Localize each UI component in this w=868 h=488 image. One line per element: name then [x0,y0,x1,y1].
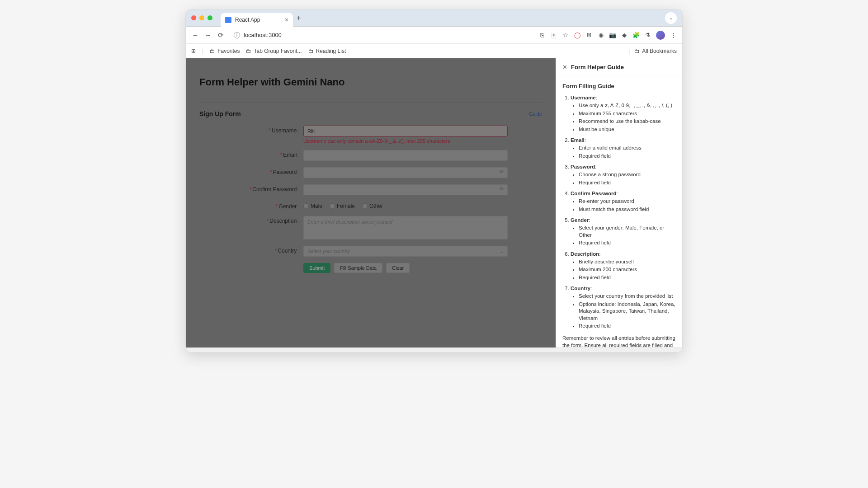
url-text: localhost:3000 [244,32,282,38]
gender-other-radio[interactable]: Other [362,203,383,209]
close-window-button[interactable] [191,15,196,20]
scrollbar[interactable] [186,347,682,352]
minimize-window-button[interactable] [199,15,204,20]
guide-rule: Enter a valid email address [579,145,676,152]
gender-label: Gender : [278,203,300,210]
new-tab-button[interactable]: + [297,14,301,22]
site-info-icon[interactable]: i [234,32,240,38]
guide-rule: Recommend to use the kabab-case [579,118,676,125]
guide-rule: Required field [579,323,676,330]
guide-footer: Remember to review all entries before su… [562,334,676,347]
email-label: Email : [283,152,300,158]
confirm-password-label: Confirm Password : [252,186,300,192]
extensions: ⎘ 🀄︎ ☆ ◯ ⛨ ◉ 📷 ◆ 🧩 ⚗ ⋮ [538,31,677,40]
reload-button[interactable]: ⟳ [217,31,225,39]
fill-sample-button[interactable]: Fill Sample Data [334,263,382,273]
guide-rule: Required field [579,153,676,160]
username-error: Username can only contain a-zA-Z0-9-_.&,… [303,138,508,144]
form-card: Sign Up Form Guide *Username : Username … [199,110,542,283]
description-textarea[interactable]: Enter a brief description about yourself [303,216,508,239]
guide-list: Username:Use only a-z, A-Z, 0-9, -, _, .… [562,95,676,330]
guide-rule: Required field [579,239,676,247]
extensions-menu-icon[interactable]: 🧩 [632,32,640,39]
guide-item: Confirm Password:Re-enter your passwordM… [571,191,676,213]
password-input[interactable] [303,167,508,178]
main-panel: Form Helper with Gemini Nano Sign Up For… [186,58,556,347]
guide-item: Country:Select your country from the pro… [571,286,676,330]
bookmarks-bar: ⊞ | 🗀Favorites 🗀Tab Group Favorit... 🗀Re… [186,44,682,58]
username-input[interactable] [303,126,508,136]
extension-icon[interactable]: ◆ [621,32,628,39]
titlebar: React App × + ⌄ [186,9,682,27]
page-title: Form Helper with Gemini Nano [199,76,542,88]
translate-icon[interactable]: 🀄︎ [550,32,557,39]
extension-icon[interactable]: ⛨ [585,32,593,39]
country-label: Country : [278,248,300,254]
confirm-password-input[interactable] [303,184,508,195]
submit-button[interactable]: Submit [303,263,330,273]
eye-icon[interactable]: 👁 [499,186,504,192]
extension-icon[interactable]: ◯ [574,32,581,39]
apps-button[interactable]: ⊞ [191,48,196,54]
labs-icon[interactable]: ⚗ [644,32,651,39]
guide-link[interactable]: Guide [529,111,542,117]
tabs-dropdown-button[interactable]: ⌄ [665,12,677,24]
guide-item: Email:Enter a valid email addressRequire… [571,137,676,160]
guide-rule: Re-enter your password [579,198,676,205]
guide-rule: Maximum 255 characters [579,110,676,117]
maximize-window-button[interactable] [208,15,212,20]
guide-rule: Required field [579,274,676,282]
forward-button[interactable]: → [204,31,212,39]
guide-rule: Select your gender: Male, Female, or Oth… [579,225,676,239]
close-tab-button[interactable]: × [285,16,288,23]
back-button[interactable]: ← [191,31,199,39]
guide-rule: Use only a-z, A-Z, 0-9, -, _, ., &, ,, .… [579,102,676,109]
guide-sidebar: ✕ Form Helper Guide Form Filling Guide U… [556,58,682,347]
favicon [225,17,231,23]
guide-rule: Select your country from the provided li… [579,293,676,300]
chevron-down-icon: ⌄ [500,249,504,254]
guide-rule: Briefly describe yourself [579,258,676,266]
sidebar-title: Form Helper Guide [571,64,624,70]
bookmark-folder[interactable]: 🗀Reading List [308,48,346,54]
divider [199,283,542,283]
extension-icon[interactable]: 📷 [609,32,616,39]
form-title: Sign Up Form [199,110,241,117]
install-icon[interactable]: ⎘ [538,32,546,39]
gender-female-radio[interactable]: Female [330,203,355,209]
password-label: Password : [273,169,300,175]
bookmark-folder[interactable]: 🗀Favorites [210,48,240,54]
country-select[interactable]: Select your country ⌄ [303,246,508,257]
profile-avatar[interactable] [656,31,665,40]
guide-rule: Required field [579,179,676,187]
guide-rule: Maximum 200 characters [579,266,676,273]
bookmark-folder[interactable]: 🗀Tab Group Favorit... [246,48,302,54]
close-icon[interactable]: ✕ [562,64,567,70]
eye-icon[interactable]: 👁 [499,169,504,174]
clear-button[interactable]: Clear [386,263,410,273]
bookmark-star-icon[interactable]: ☆ [562,32,569,39]
guide-heading: Form Filling Guide [562,83,676,89]
guide-item: Username:Use only a-z, A-Z, 0-9, -, _, .… [571,95,676,133]
guide-rule: Must match the password field [579,206,676,213]
guide-item: Password:Choose a strong passwordRequire… [571,164,676,186]
toolbar: ← → ⟳ i localhost:3000 ⎘ 🀄︎ ☆ ◯ ⛨ ◉ 📷 ◆ … [186,27,682,44]
menu-icon[interactable]: ⋮ [670,32,677,39]
guide-item: Gender:Select your gender: Male, Female,… [571,217,676,247]
guide-item: Description:Briefly describe yourselfMax… [571,251,676,282]
email-input[interactable] [303,150,508,161]
divider [199,103,542,103]
address-bar[interactable]: i localhost:3000 [229,32,534,38]
browser-window: React App × + ⌄ ← → ⟳ i localhost:3000 ⎘… [185,9,683,352]
browser-tab[interactable]: React App × [221,13,293,27]
guide-rule: Choose a strong password [579,171,676,178]
guide-rule: Must be unique [579,126,676,133]
content-area: Form Helper with Gemini Nano Sign Up For… [186,58,682,347]
window-controls [191,15,212,20]
extension-icon[interactable]: ◉ [597,32,604,39]
gender-male-radio[interactable]: Male [303,203,322,209]
all-bookmarks-button[interactable]: 🗀All Bookmarks [634,48,677,54]
guide-rule: Options include: Indonesia, Japan, Korea… [579,301,676,322]
username-label: Username : [272,127,300,134]
tab-title: React App [235,17,281,23]
